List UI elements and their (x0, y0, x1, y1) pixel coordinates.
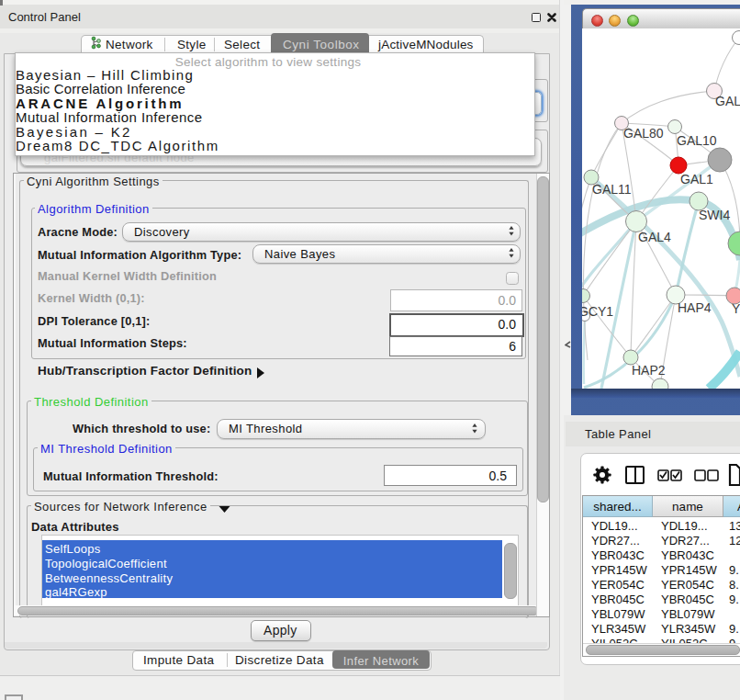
svg-text:GAL10: GAL10 (677, 133, 717, 148)
svg-text:GAL4: GAL4 (638, 230, 671, 244)
svg-text:SWI4: SWI4 (699, 208, 730, 222)
svg-text:HAP2: HAP2 (632, 363, 666, 378)
svg-text:GAL11: GAL11 (592, 182, 632, 197)
svg-text:HAP4: HAP4 (678, 300, 712, 315)
svg-text:GAL7: GAL7 (715, 94, 740, 108)
svg-text:GAL80: GAL80 (623, 126, 664, 141)
svg-text:Y: Y (732, 301, 740, 316)
svg-text:GAL1: GAL1 (680, 172, 713, 186)
svg-text:GCY1: GCY1 (582, 304, 613, 319)
